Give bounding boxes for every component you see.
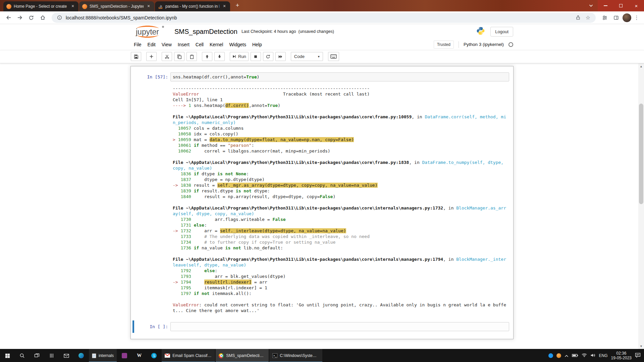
skype-app-icon[interactable]: S [147, 349, 161, 362]
tab-close-icon[interactable]: × [222, 4, 227, 9]
forward-button[interactable] [15, 13, 25, 23]
mail-app-icon[interactable] [59, 349, 74, 362]
share-icon[interactable] [574, 14, 582, 21]
interrupt-kernel-button[interactable] [251, 52, 261, 61]
menu-kernel[interactable]: Kernel [207, 40, 226, 49]
save-button[interactable] [131, 52, 141, 61]
start-button[interactable] [0, 349, 15, 362]
tab-home-page[interactable]: Home Page - Select or create a n × [3, 1, 78, 11]
maximize-icon [619, 4, 623, 7]
taskbar-app-label: SMS_spamDetection ... [226, 353, 266, 358]
profile-avatar[interactable] [623, 13, 631, 22]
scrollbar[interactable]: ▲ ▼ [638, 63, 644, 349]
tray-orange-app-icon[interactable] [556, 353, 561, 358]
side-panel-icon[interactable] [611, 13, 621, 23]
menu-cell[interactable]: Cell [193, 40, 207, 49]
edge-app-icon[interactable] [74, 349, 89, 362]
taskbar-app-email-spam-classifier[interactable]: Email Spam Classifier ... [162, 349, 215, 362]
notebook-scroll-area[interactable]: In [57]: sns.heatmap(df.corr(),annot=Tru… [0, 63, 644, 349]
taskbar-app-internals[interactable]: internals [89, 349, 117, 362]
bookmark-star-icon[interactable]: ☆ [584, 14, 592, 21]
kernel-idle-indicator-icon [508, 42, 513, 47]
empty-code-cell[interactable]: In [ ]: [132, 320, 512, 333]
jupyter-logo[interactable]: jupyter [131, 25, 166, 38]
window-maximize-button[interactable] [613, 0, 629, 11]
store-app-icon[interactable] [117, 349, 132, 362]
reload-button[interactable] [26, 13, 36, 23]
cell-output-area: ----------------------------------------… [173, 81, 509, 313]
jupyter-favicon-icon [6, 4, 11, 9]
chevron-down-icon: ▾ [318, 55, 320, 58]
window-controls: × [584, 0, 644, 11]
insert-cell-button[interactable] [146, 52, 157, 61]
notebook-toolbar: Run Code ▾ [0, 50, 644, 63]
menu-edit[interactable]: Edit [145, 40, 159, 49]
code-cell-57[interactable]: In [57]: sns.heatmap(df.corr(),annot=Tru… [132, 71, 512, 315]
kernel-name: Python 3 (ipykernel) [464, 42, 504, 47]
back-button[interactable] [3, 13, 13, 23]
taskbar-app-label: internals [99, 353, 114, 358]
paste-cell-button[interactable] [186, 52, 197, 61]
home-button[interactable] [38, 13, 48, 23]
copy-cell-button[interactable] [174, 52, 184, 61]
svg-text:jupyter: jupyter [136, 27, 159, 36]
task-view-button[interactable] [30, 349, 44, 362]
jupyter-header: jupyter SMS_spamDetection Last Checkpoin… [0, 24, 644, 39]
stackoverflow-favicon-icon [158, 4, 163, 9]
battery-icon[interactable] [572, 353, 578, 359]
tray-blue-app-icon[interactable] [548, 353, 553, 358]
window-close-button[interactable]: × [629, 0, 644, 11]
show-hidden-icons-chevron[interactable] [565, 353, 569, 359]
new-tab-button[interactable]: + [233, 1, 242, 10]
tab-close-icon[interactable]: × [146, 4, 151, 9]
code-input[interactable] [170, 322, 509, 331]
code-input[interactable]: sns.heatmap(df.corr(),annot=True) [170, 72, 509, 81]
action-center-icon[interactable] [635, 353, 641, 359]
move-cell-down-button[interactable] [214, 52, 225, 61]
tab-sms-spamdetection[interactable]: SMS_spamDetection - Jupyter N × [79, 1, 154, 11]
input-prompt: In [ ]: [135, 322, 168, 331]
logout-button[interactable]: Logout [490, 27, 513, 37]
tab-close-icon[interactable]: × [70, 4, 75, 9]
browser-menu-icon[interactable]: ⋮ [633, 14, 641, 21]
taskbar-app-command-prompt[interactable]: >_ C:\Windows\System3... [269, 349, 322, 362]
scrollbar-thumb[interactable] [639, 104, 643, 204]
taskbar-search-icon[interactable] [15, 349, 30, 362]
restart-run-all-button[interactable] [275, 52, 286, 61]
input-prompt: In [57]: [135, 72, 168, 81]
clock[interactable]: 02:36 19-05-2023 [611, 351, 632, 360]
cell-type-select[interactable]: Code ▾ [291, 52, 323, 61]
tab-title: Home Page - Select or create a n [14, 4, 68, 9]
gmail-icon [165, 354, 170, 358]
jupyter-favicon-icon [82, 4, 87, 9]
taskbar-app-sms-spamdetection[interactable]: SMS_spamDetection ... [216, 349, 269, 362]
address-input[interactable]: localhost:8888/notebooks/SMS_spamDetecti… [52, 13, 596, 23]
scroll-up-icon[interactable]: ▲ [638, 63, 644, 69]
pinned-app-icon[interactable] [44, 349, 59, 362]
notebook-container: In [57]: sns.heatmap(df.corr(),annot=Tru… [130, 66, 514, 339]
network-wifi-icon[interactable] [582, 353, 587, 359]
menu-help[interactable]: Help [249, 40, 265, 49]
menu-file[interactable]: File [131, 40, 145, 49]
command-palette-button[interactable] [328, 52, 339, 61]
site-info-icon[interactable] [56, 14, 63, 21]
language-indicator[interactable]: ENG [599, 353, 608, 358]
tab-search-caret-icon[interactable] [584, 0, 598, 11]
extension-sliders-icon[interactable] [600, 13, 610, 23]
wikipedia-app-icon[interactable]: W [132, 349, 147, 362]
move-cell-up-button[interactable] [202, 52, 212, 61]
restart-kernel-button[interactable] [263, 52, 273, 61]
notebook-title[interactable]: SMS_spamDetection [174, 28, 237, 36]
window-minimize-button[interactable] [598, 0, 613, 11]
tab-title: pandas - My corr() function in Py [165, 4, 219, 9]
menu-widgets[interactable]: Widgets [226, 40, 249, 49]
volume-icon[interactable] [590, 353, 596, 359]
menu-insert[interactable]: Insert [175, 40, 193, 49]
tab-pandas-stackoverflow[interactable]: pandas - My corr() function in Py × [155, 1, 230, 11]
run-button[interactable]: Run [230, 52, 249, 61]
menu-view[interactable]: View [159, 40, 175, 49]
notebook-menubar: File Edit View Insert Cell Kernel Widget… [0, 39, 644, 50]
cut-cell-button[interactable] [162, 52, 172, 61]
scroll-down-icon[interactable]: ▼ [638, 343, 644, 349]
browser-address-bar: localhost:8888/notebooks/SMS_spamDetecti… [0, 11, 644, 24]
